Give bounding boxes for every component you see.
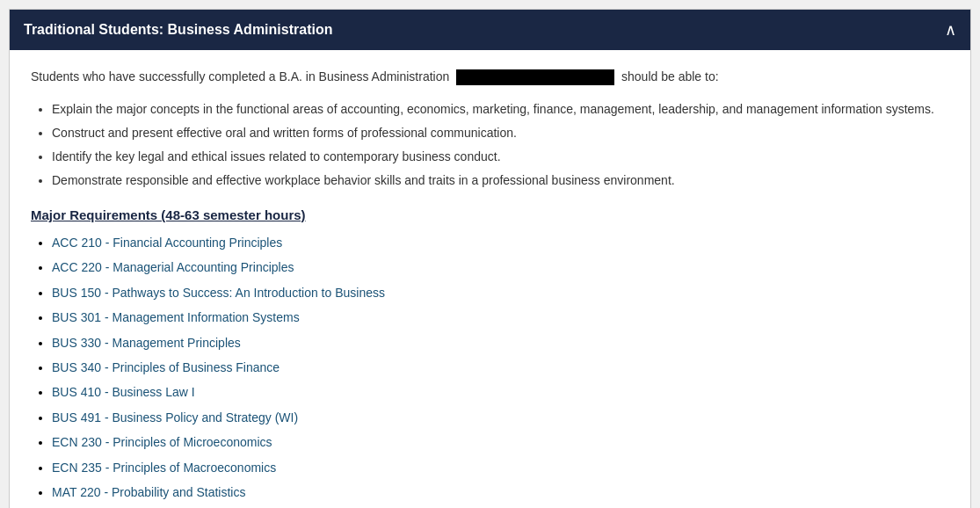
course-list-item: ACC 220 - Managerial Accounting Principl… <box>52 258 949 277</box>
course-link[interactable]: BUS 340 - Principles of Business Finance <box>52 360 279 374</box>
main-container: Traditional Students: Business Administr… <box>9 9 971 508</box>
intro-paragraph: Students who have successfully completed… <box>31 68 949 86</box>
section-title: Traditional Students: Business Administr… <box>24 22 332 38</box>
course-link[interactable]: MAT 220 - Probability and Statistics <box>52 485 245 499</box>
redacted-block <box>456 69 614 85</box>
course-link[interactable]: ACC 220 - Managerial Accounting Principl… <box>52 260 294 274</box>
course-list-item: ACC 210 - Financial Accounting Principle… <box>52 233 949 252</box>
course-link[interactable]: ACC 210 - Financial Accounting Principle… <box>52 236 282 250</box>
outcomes-list: Explain the major concepts in the functi… <box>52 100 949 190</box>
course-list-item: BUS 410 - Business Law I <box>52 382 949 402</box>
course-list: ACC 210 - Financial Accounting Principle… <box>52 233 949 508</box>
course-link[interactable]: BUS 410 - Business Law I <box>52 385 195 399</box>
course-list-item: BUS 491 - Business Policy and Strategy (… <box>52 408 949 427</box>
content-area: Students who have successfully completed… <box>10 50 970 508</box>
outcome-item: Construct and present effective oral and… <box>52 124 949 142</box>
intro-text-after: should be able to: <box>621 69 719 83</box>
course-link[interactable]: ECN 235 - Principles of Macroeconomics <box>52 461 276 475</box>
section-header: Traditional Students: Business Administr… <box>10 10 970 50</box>
course-list-item: BUS 150 - Pathways to Success: An Introd… <box>52 283 949 302</box>
course-list-item: ECN 235 - Principles of Macroeconomics <box>52 458 949 477</box>
course-list-item: MAT 220 - Probability and Statistics <box>52 483 949 502</box>
outcome-item: Demonstrate responsible and effective wo… <box>52 171 949 190</box>
chevron-up-icon[interactable]: ∧ <box>945 20 956 40</box>
course-link[interactable]: BUS 150 - Pathways to Success: An Introd… <box>52 286 385 300</box>
course-list-item: BUS 301 - Management Information Systems <box>52 308 949 327</box>
course-link[interactable]: BUS 301 - Management Information Systems <box>52 310 300 324</box>
outcome-item: Explain the major concepts in the functi… <box>52 100 949 119</box>
course-list-item: ECN 230 - Principles of Microeconomics <box>52 432 949 452</box>
course-link[interactable]: BUS 491 - Business Policy and Strategy (… <box>52 410 298 425</box>
course-link[interactable]: ECN 230 - Principles of Microeconomics <box>52 435 272 449</box>
course-link[interactable]: BUS 330 - Management Principles <box>52 336 241 350</box>
major-requirements-heading: Major Requirements (48-63 semester hours… <box>31 207 949 222</box>
outcome-item: Identify the key legal and ethical issue… <box>52 148 949 166</box>
course-list-item: BUS 340 - Principles of Business Finance <box>52 358 949 377</box>
course-list-item: BUS 330 - Management Principles <box>52 333 949 352</box>
intro-text-before: Students who have successfully completed… <box>31 69 449 83</box>
